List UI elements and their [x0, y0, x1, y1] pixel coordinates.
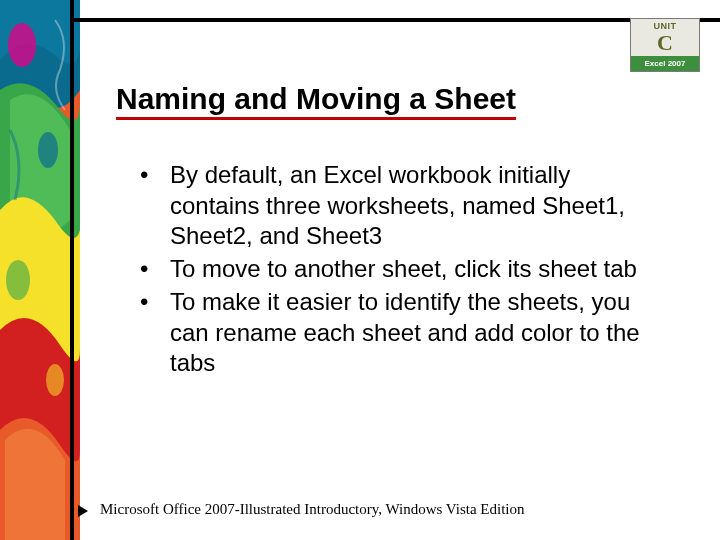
bullet-item: To move to another sheet, click its shee…	[138, 254, 658, 285]
slide-title: Naming and Moving a Sheet	[116, 82, 516, 120]
unit-badge: UNIT C Excel 2007	[630, 18, 700, 72]
bullet-list: By default, an Excel workbook initially …	[138, 160, 658, 381]
unit-badge-product: Excel 2007	[631, 56, 699, 71]
horizontal-frame-rule	[70, 18, 720, 22]
decorative-art-strip	[0, 0, 80, 540]
svg-point-1	[8, 23, 36, 67]
footer-arrow-icon	[78, 505, 88, 517]
svg-point-2	[38, 132, 58, 168]
unit-badge-letter: C	[631, 32, 699, 56]
svg-point-4	[46, 364, 64, 396]
bullet-item: By default, an Excel workbook initially …	[138, 160, 658, 252]
vertical-frame-rule	[70, 0, 74, 540]
svg-point-3	[6, 260, 30, 300]
footer-text: Microsoft Office 2007-Illustrated Introd…	[100, 501, 525, 518]
bullet-item: To make it easier to identify the sheets…	[138, 287, 658, 379]
